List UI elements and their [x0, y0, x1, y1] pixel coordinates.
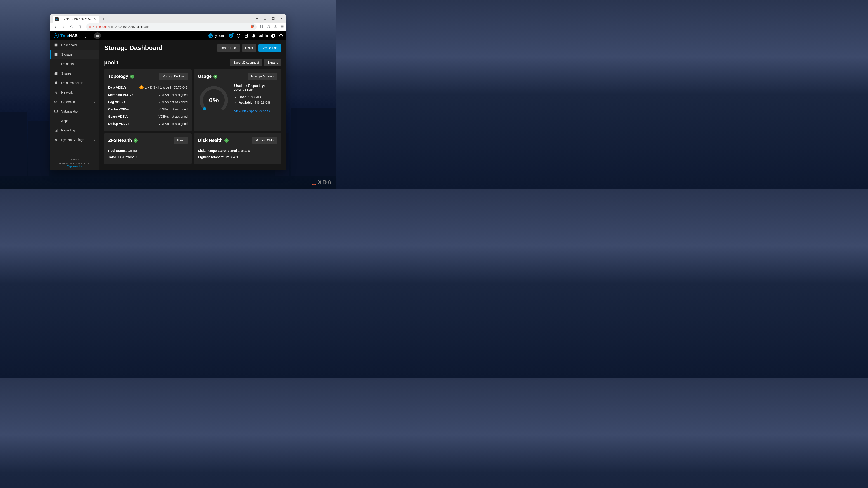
new-tab-button[interactable]: + — [101, 17, 106, 23]
sidebar-item-dashboard[interactable]: Dashboard — [50, 40, 99, 50]
nav-forward-button[interactable] — [60, 24, 67, 30]
browser-menu-icon[interactable] — [281, 25, 284, 29]
manage-disks-button[interactable]: Manage Disks — [252, 137, 277, 144]
manage-devices-button[interactable]: Manage Devices — [159, 73, 188, 80]
sidebar-item-reporting[interactable]: Reporting — [50, 126, 99, 135]
import-pool-button[interactable]: Import Pool — [217, 44, 240, 52]
chevron-right-icon: ❯ — [93, 101, 95, 103]
gear-icon — [54, 138, 58, 142]
url-input[interactable]: Not secure https://192.168.29.57/ui/stor… — [86, 24, 256, 30]
user-account-icon[interactable] — [271, 33, 276, 38]
truenas-logo-icon — [53, 33, 59, 39]
svg-point-48 — [56, 122, 57, 122]
temp-alerts-row: Disks temperature related alerts: 0 — [198, 148, 277, 154]
svg-rect-52 — [57, 129, 58, 132]
svg-point-47 — [55, 122, 55, 122]
nav-back-button[interactable] — [52, 24, 59, 30]
svg-point-46 — [57, 121, 57, 121]
virtualization-icon — [54, 109, 58, 113]
sidebar-item-system-settings[interactable]: System Settings ❯ — [50, 135, 99, 144]
svg-point-33 — [55, 65, 55, 65]
svg-point-45 — [56, 121, 57, 121]
svg-rect-34 — [56, 65, 57, 65]
sidebar-item-label: Data Protection — [61, 81, 83, 85]
music-icon[interactable] — [267, 25, 271, 29]
window-maximize-button[interactable] — [270, 15, 276, 22]
highest-temp-row: Highest Temperature: 34 °C — [198, 154, 277, 160]
divider — [104, 55, 281, 55]
vdev-row: Dedup VDEVs VDEVs not assigned — [108, 120, 188, 127]
export-disconnect-button[interactable]: Export/Disconnect — [230, 59, 262, 66]
scrub-button[interactable]: Scrub — [174, 137, 188, 144]
browser-tab[interactable]: TrueNAS - 192.168.29.57 ✕ — [53, 16, 99, 23]
brave-shield-icon[interactable]: 0 — [250, 25, 254, 29]
usable-capacity: Usable Capacity: 449.63 GiB — [234, 84, 277, 93]
window-minimize-button[interactable] — [262, 15, 268, 22]
svg-point-12 — [229, 34, 233, 38]
nav-reload-button[interactable] — [68, 24, 75, 30]
svg-rect-2 — [272, 18, 274, 20]
svg-point-41 — [55, 120, 55, 120]
sidebar-item-label: Shares — [61, 72, 71, 75]
sidebar-item-virtualization[interactable]: Virtualization — [50, 107, 99, 116]
svg-rect-50 — [55, 131, 56, 132]
sidebar: Dashboard Storage Datasets Shares Data P… — [50, 40, 99, 170]
shield-icon — [54, 81, 58, 85]
sidebar-item-label: Network — [61, 91, 73, 94]
tab-close-icon[interactable]: ✕ — [94, 18, 97, 21]
sidebar-item-label: Datasets — [61, 62, 74, 66]
warning-icon: ! — [140, 86, 144, 90]
expand-button[interactable]: Expand — [265, 59, 281, 66]
truenas-app: TrueNAS SCALE iX systems admin — [50, 31, 286, 170]
vdev-row: Metadata VDEVs VDEVs not assigned — [108, 91, 188, 98]
ixsystems-logo[interactable]: iX systems — [209, 33, 225, 38]
chevron-right-icon: ❯ — [93, 138, 95, 141]
truenas-logo[interactable]: TrueNAS SCALE — [53, 33, 87, 39]
downloads-icon[interactable] — [274, 25, 277, 29]
sidebar-item-datasets[interactable]: Datasets — [50, 59, 99, 69]
view-disk-space-reports-link[interactable]: View Disk Space Reports — [234, 109, 270, 113]
sidebar-item-network[interactable]: Network — [50, 88, 99, 97]
sidebar-toggle-button[interactable] — [94, 32, 101, 39]
sidebar-item-apps[interactable]: Apps — [50, 116, 99, 126]
svg-rect-28 — [55, 55, 57, 56]
jobs-icon[interactable] — [244, 33, 248, 38]
sidebar-item-shares[interactable]: Shares — [50, 69, 99, 78]
reporting-icon — [54, 128, 58, 132]
window-close-button[interactable] — [278, 15, 285, 22]
create-pool-button[interactable]: Create Pool — [258, 44, 281, 52]
key-icon — [54, 100, 58, 104]
alerts-bell-icon[interactable] — [252, 33, 256, 38]
card-title: ZFS Health ✓ — [108, 138, 138, 143]
bookmark-icon[interactable] — [76, 24, 83, 30]
card-title: Usage ✓ — [198, 74, 217, 79]
sidebar-item-credentials[interactable]: Credentials ❯ — [50, 97, 99, 107]
zfs-errors-row: Total ZFS Errors: 0 — [108, 154, 188, 160]
url-text: https://192.168.29.57/ui/storage — [108, 25, 149, 29]
sidebar-item-storage[interactable]: Storage — [50, 50, 99, 59]
usage-gauge: 0% — [198, 85, 230, 112]
tabs-dropdown-icon[interactable] — [254, 15, 260, 22]
svg-rect-51 — [56, 130, 57, 132]
vdev-row: Data VDEVs !1 x DISK | 1 wide | 465.76 G… — [108, 84, 188, 91]
system-status-icon[interactable] — [228, 33, 233, 38]
ixsystems-link[interactable]: iXsystems, Inc — [67, 165, 83, 168]
extensions-icon[interactable] — [260, 24, 264, 29]
truecommand-icon[interactable] — [236, 33, 241, 38]
not-secure-badge[interactable]: Not secure — [88, 25, 107, 29]
tab-title: TrueNAS - 192.168.29.57 — [60, 18, 92, 21]
svg-point-31 — [55, 64, 55, 64]
sidebar-item-label: Dashboard — [61, 43, 77, 47]
pool-name: pool1 — [104, 59, 119, 66]
manage-datasets-button[interactable]: Manage Datasets — [248, 73, 277, 80]
share-icon[interactable] — [244, 25, 248, 29]
pool-status-row: Pool Status: Online — [108, 148, 188, 154]
power-icon[interactable] — [279, 33, 283, 38]
sidebar-item-data-protection[interactable]: Data Protection — [50, 78, 99, 88]
disks-button[interactable]: Disks — [242, 44, 256, 52]
sidebar-footer: truenas TrueNAS SCALE ® © 2024 - iXsyste… — [50, 156, 99, 170]
sidebar-item-label: Apps — [61, 119, 68, 123]
sidebar-item-label: Virtualization — [61, 109, 79, 113]
sidebar-item-label: Credentials — [61, 100, 77, 104]
gauge-indicator-icon — [203, 107, 206, 110]
